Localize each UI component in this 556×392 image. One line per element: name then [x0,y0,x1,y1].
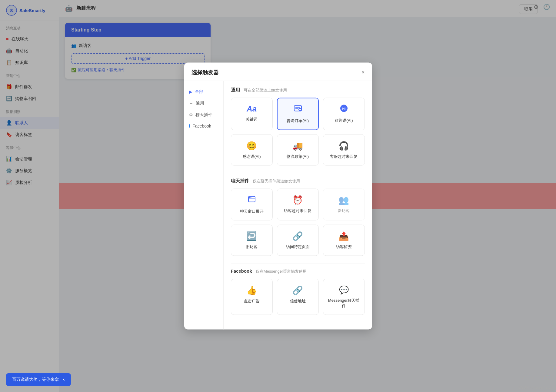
specific-page-icon: 🔗 [292,231,303,241]
watermark: CSDN @Salesmartly [518,385,552,390]
returning-icon: ↩️ [246,231,257,241]
keyword-icon: Aa [247,104,257,114]
trigger-card-returning[interactable]: ↩️ 旧访客 [231,225,273,256]
messenger-plugin-label: Messenger聊天插件 [327,298,361,309]
letter-address-label: 信使地址 [290,298,306,304]
chat-plugin-nav-label: 聊天插件 [195,112,212,118]
trigger-card-inquiry[interactable]: 咨询订单(AI) [277,98,319,130]
click-ad-icon: 👍 [246,285,257,295]
general-section-title: 通用 [231,87,240,92]
trigger-card-messenger-plugin[interactable]: 💬 Messenger聊天插件 [323,279,365,315]
all-nav-label: 全部 [195,89,203,95]
letter-address-icon: 🔗 [292,285,303,295]
trigger-card-letter-address[interactable]: 🔗 信使地址 [277,279,319,315]
trigger-card-click-ad[interactable]: 👍 点击广告 [231,279,273,315]
modal-nav: ▶ 全部 ↔ 通用 ⚙ 聊天插件 f Facebook [184,81,224,330]
general-section-header: 通用 可在全部渠道上触发使用 [231,87,365,93]
modal-content-area: 通用 可在全部渠道上触发使用 Aa 关键词 [224,81,372,330]
svg-text:Hi: Hi [342,107,345,111]
new-visitor-icon: 👥 [338,195,349,205]
trigger-selector-modal: 选择触发器 × ▶ 全部 ↔ 通用 ⚙ 聊天插件 f Facebook [184,63,372,330]
svg-point-12 [249,197,250,198]
bottom-notification: 百万邀请大奖，等你来拿 × [6,373,71,386]
modal-nav-all[interactable]: ▶ 全部 [184,86,223,98]
divider-1 [231,173,365,173]
chat-plugin-nav-icon: ⚙ [189,112,193,117]
timeout-label: 客服超时未回复 [330,154,358,159]
logistics-icon: 🚚 [292,141,303,151]
window-open-label: 聊天窗口展开 [240,209,264,214]
notification-close-button[interactable]: × [62,377,65,382]
divider-2 [231,263,365,264]
visitor-timeout-icon: ⏰ [292,195,303,205]
trigger-card-keyword[interactable]: Aa 关键词 [231,98,273,130]
thanks-icon: 😊 [246,141,257,151]
facebook-nav-label: Facebook [192,124,211,128]
facebook-section-title: Facebook [231,268,252,274]
welcome-icon: Hi [339,104,349,115]
general-trigger-grid: Aa 关键词 咨询订单(AI) [231,98,365,166]
general-section-subtitle: 可在全部渠道上触发使用 [244,88,287,92]
chat-plugin-section-title: 聊天插件 [231,178,249,183]
click-ad-label: 点击广告 [244,298,260,304]
chat-plugin-section-subtitle: 仅在聊天插件渠道触发使用 [253,179,300,183]
visitor-lead-icon: 📤 [338,231,349,241]
modal-nav-facebook[interactable]: f Facebook [184,121,223,131]
new-visitor-label: 新访客 [338,208,350,214]
modal-nav-general[interactable]: ↔ 通用 [184,98,223,109]
svg-point-13 [250,197,251,198]
trigger-card-timeout[interactable]: 🎧 客服超时未回复 [323,135,365,166]
trigger-card-welcome[interactable]: Hi 欢迎语(AI) [323,98,365,130]
chat-plugin-trigger-grid: 聊天窗口展开 ⏰ 访客超时未回复 👥 新访客 ↩️ 旧访客 [231,189,365,256]
facebook-section-subtitle: 仅在Messenger渠道触发使用 [256,269,307,274]
all-nav-icon: ▶ [189,89,192,94]
trigger-card-window-open[interactable]: 聊天窗口展开 [231,189,273,221]
trigger-card-new-visitor[interactable]: 👥 新访客 [323,189,365,221]
welcome-label: 欢迎语(AI) [335,118,353,123]
returning-label: 旧访客 [246,244,258,250]
modal-close-button[interactable]: × [361,69,365,75]
notification-text: 百万邀请大奖，等你来拿 [12,377,59,382]
facebook-nav-icon: f [189,124,190,128]
timeout-icon: 🎧 [338,141,349,151]
inquiry-icon [294,105,302,115]
logistics-label: 物流政策(AI) [287,154,309,159]
general-nav-label: 通用 [196,101,204,106]
general-nav-icon: ↔ [189,101,193,106]
window-open-icon [248,195,256,206]
modal-header: 选择触发器 × [184,63,372,81]
facebook-section-header: Facebook 仅在Messenger渠道触发使用 [231,268,365,274]
thanks-label: 感谢语(AI) [243,154,261,159]
visitor-timeout-label: 访客超时未回复 [284,208,311,214]
inquiry-label: 咨询订单(AI) [287,118,309,124]
visitor-lead-label: 访客留资 [336,244,352,250]
modal-title: 选择触发器 [191,69,219,76]
trigger-card-visitor-lead[interactable]: 📤 访客留资 [323,225,365,256]
facebook-trigger-grid: 👍 点击广告 🔗 信使地址 💬 Messenger聊天插件 [231,279,365,315]
trigger-card-thanks[interactable]: 😊 感谢语(AI) [231,135,273,166]
trigger-card-visitor-timeout[interactable]: ⏰ 访客超时未回复 [277,189,319,221]
chat-plugin-section-header: 聊天插件 仅在聊天插件渠道触发使用 [231,178,365,184]
specific-page-label: 访问特定页面 [286,244,310,250]
keyword-label: 关键词 [246,117,258,122]
trigger-card-specific-page[interactable]: 🔗 访问特定页面 [277,225,319,256]
modal-body: ▶ 全部 ↔ 通用 ⚙ 聊天插件 f Facebook 通用 可在全部渠道上触发… [184,81,372,330]
trigger-card-logistics[interactable]: 🚚 物流政策(AI) [277,135,319,166]
modal-nav-chat-plugin[interactable]: ⚙ 聊天插件 [184,109,223,121]
messenger-plugin-icon: 💬 [339,285,349,295]
